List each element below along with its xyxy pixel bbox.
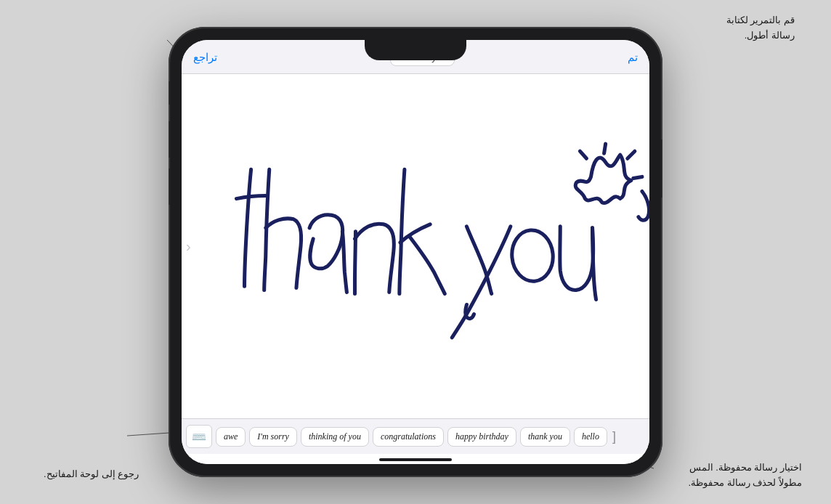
keyboard-button[interactable]: ⌨️ xyxy=(186,425,212,448)
keyboard-icon: ⌨️ xyxy=(192,430,206,444)
handwriting-svg xyxy=(182,74,649,418)
notch xyxy=(365,40,466,60)
svg-line-8 xyxy=(628,151,635,158)
svg-line-10 xyxy=(580,151,586,158)
annotation-bottom-right: اختيار رسالة محفوظة. المس مطولاً لحذف رس… xyxy=(689,460,802,491)
suggestion-congratulations[interactable]: congratulations xyxy=(373,427,444,447)
svg-line-7 xyxy=(604,144,606,153)
back-button[interactable]: تراجع xyxy=(193,51,217,64)
svg-line-9 xyxy=(633,176,642,178)
suggestion-im-sorry[interactable]: I'm sorry xyxy=(249,427,297,447)
suggestion-thank-you[interactable]: thank you xyxy=(520,427,570,447)
suggestions-bracket: ] xyxy=(612,429,616,444)
done-button[interactable]: تم xyxy=(628,51,638,64)
scene: قم بالتمرير لكتابة رسالة أطول. رجوع إلى … xyxy=(0,0,831,504)
power-button xyxy=(661,139,662,198)
phone-frame: تم thank you ☆ تراجع ‹ xyxy=(169,27,662,477)
chevron-left-icon[interactable]: ‹ xyxy=(182,235,195,258)
volume-up-button xyxy=(169,121,170,158)
suggestion-hello[interactable]: hello xyxy=(574,427,607,447)
suggestion-thinking-of-you[interactable]: thinking of you xyxy=(301,427,369,447)
volume-down-button xyxy=(169,168,170,205)
annotation-bottom-left: رجوع إلى لوحة المفاتيح. xyxy=(44,467,139,482)
suggestions-bar: ⌨️ awe I'm sorry thinking of you congrat… xyxy=(182,418,649,454)
suggestion-happy-birthday[interactable]: happy birthday xyxy=(447,427,516,447)
svg-point-6 xyxy=(510,229,555,283)
canvas-area[interactable]: ‹ xyxy=(182,74,649,418)
phone-screen: تم thank you ☆ تراجع ‹ xyxy=(182,40,649,464)
suggestion-awe[interactable]: awe xyxy=(216,427,246,447)
home-indicator-area xyxy=(182,454,649,464)
home-bar xyxy=(379,458,452,461)
silent-switch xyxy=(169,81,170,105)
annotation-top-right: قم بالتمرير لكتابة رسالة أطول. xyxy=(726,13,795,44)
